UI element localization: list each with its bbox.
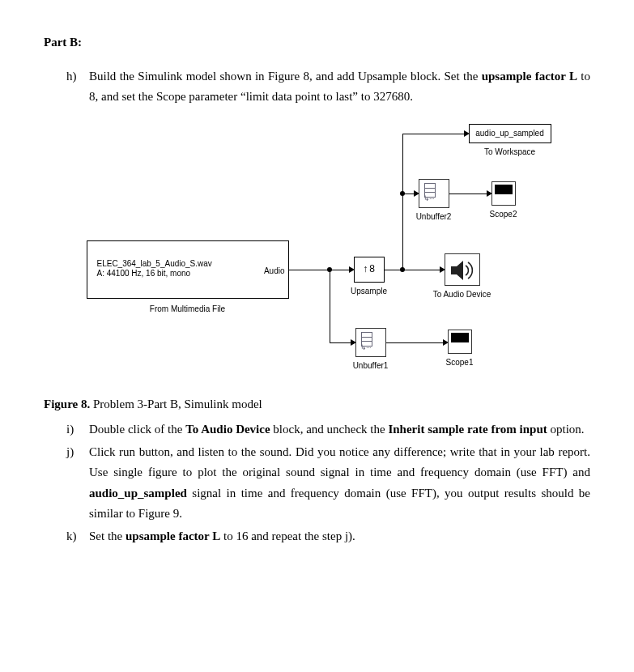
item-i-t3: option. (547, 423, 585, 436)
simulink-diagram: ELEC_364_lab_5_Audio_S.wav A: 44100 Hz, … (79, 119, 556, 386)
unbuffer2-block: ↳··· (419, 179, 449, 208)
wire (386, 342, 446, 343)
figure-8-caption-rest: Problem 3-Part B, Simulink model (90, 398, 262, 410)
item-list: h) Build the Simulink model shown in Fig… (66, 66, 590, 108)
source-line2: A: 44100 Hz, 16 bit, mono (97, 269, 191, 278)
upsample-factor: 8 (369, 261, 375, 277)
from-multimedia-file-block: ELEC_364_lab_5_Audio_S.wav A: 44100 Hz, … (87, 240, 289, 299)
item-i-marker: i) (66, 419, 86, 440)
part-b-heading: Part B: (44, 32, 590, 53)
item-i-b2: Inherit sample rate from input (388, 423, 547, 436)
item-j-b1: audio_up_sampled (89, 487, 187, 500)
item-k-t1: Set the (89, 530, 126, 542)
to-audio-device-label: To Audio Device (422, 287, 503, 301)
item-h-text-1: Build the Simulink model shown in Figure… (89, 70, 482, 83)
unbuffer2-label: Unbuffer2 (394, 210, 474, 223)
source-port-label: Audio (264, 264, 285, 278)
item-i-t1: Double click of the (89, 423, 185, 436)
scope1-block (448, 330, 472, 354)
item-k-b1: upsample factor L (126, 530, 220, 542)
item-i: i) Double click of the To Audio Device b… (66, 419, 590, 440)
unbuffer1-block: ↳··· (355, 328, 386, 357)
item-j: j) Click run button, and listen to the s… (66, 442, 590, 525)
item-list-2: i) Double click of the To Audio Device b… (66, 419, 590, 547)
unbuffer1-label: Unbuffer1 (330, 359, 411, 372)
to-audio-device-block (445, 253, 480, 286)
figure-8: ELEC_364_lab_5_Audio_S.wav A: 44100 Hz, … (44, 119, 590, 386)
item-h-marker: h) (66, 66, 86, 87)
scope2-label: Scope2 (463, 207, 544, 221)
upsample-block: ↑8 (354, 257, 385, 283)
scope1-label: Scope1 (419, 355, 500, 369)
wire (289, 270, 352, 270)
source-filename: ELEC_364_lab_5_Audio_S.wav A: 44100 Hz, … (97, 259, 251, 279)
item-i-b1: To Audio Device (185, 423, 270, 436)
workspace-variable-name: audio_up_sampled (475, 129, 544, 138)
item-h: h) Build the Simulink model shown in Fig… (66, 66, 590, 108)
up-arrow-icon: ↑ (363, 261, 368, 277)
item-i-t2: block, and uncheck the (270, 423, 389, 436)
item-k-marker: k) (66, 526, 86, 547)
scope2-block (491, 181, 516, 206)
source-line1: ELEC_364_lab_5_Audio_S.wav (97, 259, 212, 268)
svg-marker-0 (451, 261, 463, 280)
wire (402, 134, 467, 134)
wire (385, 270, 443, 270)
to-workspace-block: audio_up_sampled (469, 124, 551, 143)
item-k: k) Set the upsample factor L to 16 and r… (66, 526, 590, 547)
wire (402, 194, 403, 270)
figure-8-caption-bold: Figure 8. (44, 398, 90, 410)
figure-8-caption: Figure 8. Problem 3-Part B, Simulink mod… (44, 394, 590, 415)
item-h-bold-1: upsample factor L (482, 70, 577, 83)
item-j-marker: j) (66, 442, 86, 463)
speaker-icon (449, 257, 478, 283)
wire (330, 270, 330, 342)
upsample-label: Upsample (329, 284, 410, 298)
to-workspace-label: To Workspace (470, 145, 551, 159)
item-k-t2: to 16 and repeat the step j). (220, 530, 355, 542)
wire (449, 194, 490, 194)
from-multimedia-file-label: From Multimedia File (147, 302, 228, 316)
page: Part B: h) Build the Simulink model show… (0, 0, 634, 597)
item-j-t1: Click run button, and listen to the soun… (89, 445, 590, 479)
wire (402, 134, 403, 194)
